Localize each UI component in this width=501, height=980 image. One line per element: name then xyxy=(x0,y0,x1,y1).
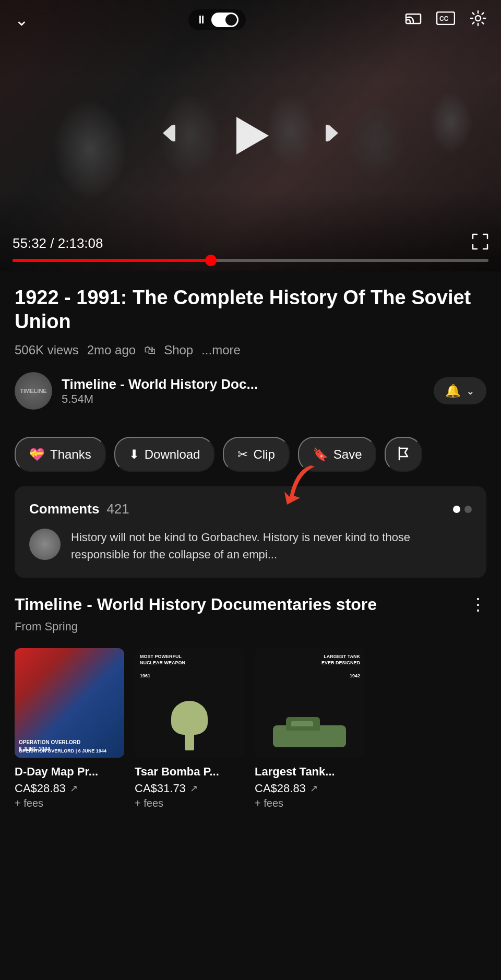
pause-icon: ⏸ xyxy=(196,13,207,27)
product-image-1: OPERATION OVERLORD6 JUNE 1944 OPERATION … xyxy=(15,648,124,758)
store-products: OPERATION OVERLORD6 JUNE 1944 OPERATION … xyxy=(15,648,486,809)
clip-button[interactable]: ✂ Clip xyxy=(223,437,289,472)
skip-forward-icon[interactable] xyxy=(316,121,341,151)
time-separator: / xyxy=(50,235,57,251)
save-label: Save xyxy=(333,447,362,462)
channel-info: Timeline - World History Doc... 5.54M xyxy=(62,376,424,406)
clip-icon: ✂ xyxy=(237,447,248,462)
comment-text: History will not be kind to Gorbachev. H… xyxy=(71,529,472,563)
store-from: From Spring xyxy=(15,620,486,634)
action-buttons: 💝 Thanks ⬇ Download ✂ Clip 🔖 Save xyxy=(0,437,501,486)
play-button[interactable] xyxy=(232,117,269,154)
product-name: Largest Tank... xyxy=(255,765,364,779)
video-meta: 506K views 2mo ago 🛍 Shop ...more xyxy=(15,343,486,357)
download-button[interactable]: ⬇ Download xyxy=(114,437,215,472)
progress-fill xyxy=(13,259,211,262)
avatar-label: TIMELINE xyxy=(18,386,49,396)
video-age: 2mo ago xyxy=(87,343,136,357)
store-title-area: Timeline - World History Documentaries s… xyxy=(15,594,377,614)
cc-icon[interactable]: CC xyxy=(436,11,455,29)
thanks-icon: 💝 xyxy=(29,447,45,462)
save-button[interactable]: 🔖 Save xyxy=(298,437,377,472)
bell-icon: 🔔 xyxy=(445,384,461,398)
comments-wrapper: Comments 421 History will not be kind to… xyxy=(15,486,486,578)
svg-marker-4 xyxy=(163,125,172,141)
store-header: Timeline - World History Documentaries s… xyxy=(15,594,486,614)
product-fees: + fees xyxy=(135,797,244,809)
dot-2 xyxy=(464,506,472,513)
channel-avatar[interactable]: TIMELINE xyxy=(15,372,52,410)
progress-thumb[interactable] xyxy=(205,255,217,266)
store-title: Timeline - World History Documentaries s… xyxy=(15,594,377,614)
progress-bar[interactable] xyxy=(13,259,488,262)
product-price-row: CA$28.83 ↗ xyxy=(255,782,364,795)
store-section: Timeline - World History Documentaries s… xyxy=(0,594,501,830)
product-price: CA$28.83 xyxy=(15,782,66,795)
svg-text:CC: CC xyxy=(439,15,449,22)
comments-label: Comments xyxy=(29,501,99,517)
pause-toggle[interactable]: ⏸ xyxy=(188,9,246,30)
settings-icon[interactable] xyxy=(470,10,486,30)
chevron-down-icon: ⌄ xyxy=(466,385,475,397)
video-info: 1922 - 1991: The Complete History Of The… xyxy=(0,271,501,422)
comment-row: History will not be kind to Gorbachev. H… xyxy=(29,529,472,563)
total-time: 2:13:08 xyxy=(58,235,103,251)
flag-icon xyxy=(397,446,410,462)
video-player[interactable]: ⌄ ⏸ CC xyxy=(0,0,501,271)
comments-title-row: Comments 421 xyxy=(29,501,129,517)
product-fees: + fees xyxy=(15,797,124,809)
commenter-avatar xyxy=(29,529,61,560)
thanks-label: Thanks xyxy=(50,447,91,462)
collapse-icon[interactable]: ⌄ xyxy=(15,10,29,30)
product-price-row: CA$31.73 ↗ xyxy=(135,782,244,795)
download-icon: ⬇ xyxy=(129,447,139,462)
external-link-icon: ↗ xyxy=(310,783,318,794)
external-link-icon: ↗ xyxy=(70,783,78,794)
comments-section[interactable]: Comments 421 History will not be kind to… xyxy=(15,486,486,578)
svg-rect-5 xyxy=(172,125,175,141)
channel-subscribers: 5.54M xyxy=(62,392,424,406)
product-card[interactable]: LARGEST TANKEVER DESIGNED1942 Largest Ta… xyxy=(255,648,364,809)
cast-icon[interactable] xyxy=(405,11,422,29)
current-time: 55:32 xyxy=(13,235,46,251)
video-center-controls xyxy=(160,117,341,154)
channel-actions: 🔔 ⌄ xyxy=(434,377,486,404)
svg-point-3 xyxy=(475,16,481,21)
more-link[interactable]: ...more xyxy=(201,343,241,357)
fullscreen-icon[interactable] xyxy=(472,233,488,254)
thanks-button[interactable]: 💝 Thanks xyxy=(15,437,106,472)
comments-header: Comments 421 xyxy=(29,501,472,517)
time-display: 55:32 / 2:13:08 xyxy=(13,235,103,252)
product-image-2: MOST POWERFULNUCLEAR WEAPON1961 xyxy=(135,648,244,758)
shop-icon: 🛍 xyxy=(144,343,156,357)
svg-marker-6 xyxy=(329,125,338,141)
product-name: D-Day Map Pr... xyxy=(15,765,124,779)
product-price-row: CA$28.83 ↗ xyxy=(15,782,124,795)
product-name: Tsar Bomba P... xyxy=(135,765,244,779)
product-price: CA$28.83 xyxy=(255,782,306,795)
product-fees: + fees xyxy=(255,797,364,809)
channel-name[interactable]: Timeline - World History Doc... xyxy=(62,376,424,392)
skip-back-icon[interactable] xyxy=(160,121,185,151)
comments-pagination xyxy=(453,506,472,513)
product-price: CA$31.73 xyxy=(135,782,186,795)
shop-link[interactable]: Shop xyxy=(164,343,193,357)
store-more-icon[interactable]: ⋮ xyxy=(470,594,486,614)
product-card[interactable]: OPERATION OVERLORD6 JUNE 1944 OPERATION … xyxy=(15,648,124,809)
video-bottom-controls: 55:32 / 2:13:08 xyxy=(0,233,501,271)
channel-row: TIMELINE Timeline - World History Doc...… xyxy=(15,372,486,422)
dot-1 xyxy=(453,506,460,513)
subscribe-button[interactable]: 🔔 ⌄ xyxy=(434,377,486,404)
views-count: 506K views xyxy=(15,343,79,357)
download-label: Download xyxy=(145,447,200,462)
clip-label: Clip xyxy=(253,447,275,462)
product-image-3: LARGEST TANKEVER DESIGNED1942 xyxy=(255,648,364,758)
save-icon: 🔖 xyxy=(313,447,328,462)
product-card[interactable]: MOST POWERFULNUCLEAR WEAPON1961 Tsar Bom… xyxy=(135,648,244,809)
video-title: 1922 - 1991: The Complete History Of The… xyxy=(15,286,486,333)
external-link-icon: ↗ xyxy=(190,783,198,794)
autoplay-toggle[interactable] xyxy=(211,13,238,27)
flag-button[interactable] xyxy=(385,437,422,472)
video-top-controls: ⌄ ⏸ CC xyxy=(0,0,501,40)
svg-rect-7 xyxy=(326,125,329,141)
